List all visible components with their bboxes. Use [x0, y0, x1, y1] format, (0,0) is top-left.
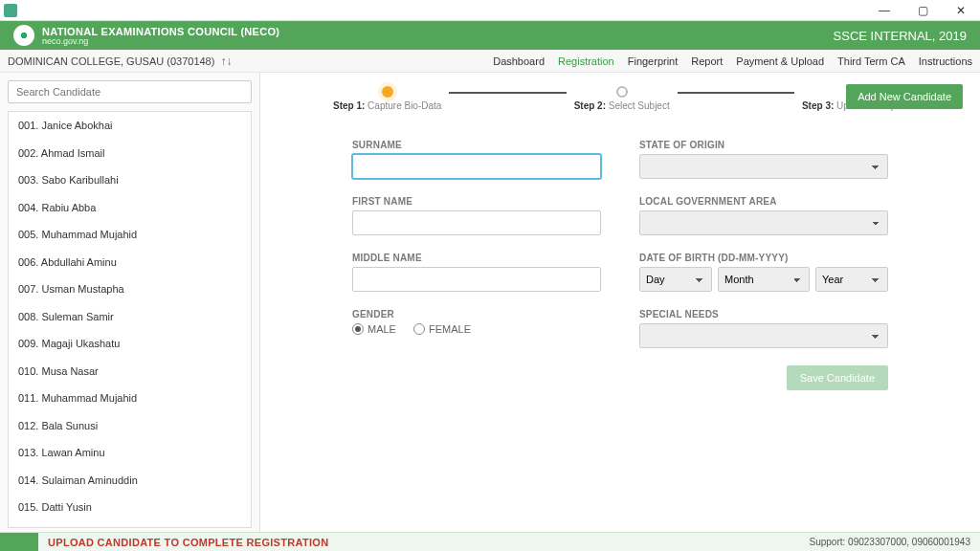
state-label: STATE OF ORIGIN	[639, 140, 888, 150]
minimize-button[interactable]: —	[865, 0, 903, 21]
radio-icon	[352, 323, 364, 335]
list-item[interactable]: 007. Usman Mustapha	[9, 276, 251, 303]
dob-month-select[interactable]: Month	[718, 267, 810, 292]
step-line	[449, 92, 566, 94]
candidate-sidebar: 001. Janice Abokhai002. Ahmad Ismail003.…	[0, 73, 260, 532]
step-2[interactable]: Step 2: Select Subject	[574, 86, 670, 111]
field-dob: DATE OF BIRTH (DD-MM-YYYY) Day Month Yea…	[639, 253, 888, 292]
lga-label: LOCAL GOVERNMENT AREA	[639, 196, 888, 207]
list-item[interactable]: 013. Lawan Aminu	[9, 439, 251, 467]
app-subtitle: neco.gov.ng	[42, 36, 279, 46]
gender-male-radio[interactable]: MALE	[352, 323, 396, 335]
lga-select[interactable]	[639, 210, 888, 235]
candidate-list[interactable]: 001. Janice Abokhai002. Ahmad Ismail003.…	[9, 112, 251, 527]
step-dot-icon	[382, 86, 393, 98]
bio-data-form: SURNAME STATE OF ORIGIN FIRST NAME LOCAL…	[352, 140, 888, 390]
dob-label: DATE OF BIRTH (DD-MM-YYYY)	[639, 253, 888, 263]
support-info: Support: 09023307000, 09060001943	[810, 537, 971, 547]
main-panel: Add New Candidate Step 1: Capture Bio-Da…	[260, 73, 980, 532]
firstname-label: FIRST NAME	[352, 196, 601, 207]
window-titlebar: — ▢ ✕	[0, 0, 980, 21]
list-item[interactable]: 008. Suleman Samir	[9, 303, 251, 331]
nav-instructions[interactable]: Instructions	[919, 55, 972, 67]
list-item[interactable]: 011. Muhammad Mujahid	[9, 385, 251, 412]
status-bar: UPLOAD CANDIDATE TO COMPLETE REGISTRATIO…	[0, 532, 980, 551]
field-lga: LOCAL GOVERNMENT AREA	[639, 196, 888, 235]
step-dot-icon	[616, 86, 628, 98]
close-button[interactable]: ✕	[942, 0, 980, 21]
surname-input[interactable]	[352, 154, 601, 179]
main-nav: DashboardRegistrationFingerprintReportPa…	[493, 55, 972, 67]
field-surname: SURNAME	[352, 140, 601, 179]
footer-accent	[0, 533, 38, 551]
dob-day-select[interactable]: Day	[639, 267, 712, 292]
nav-report[interactable]: Report	[691, 55, 723, 67]
neco-logo	[13, 25, 34, 46]
nav-third-term-ca[interactable]: Third Term CA	[837, 55, 905, 67]
nav-fingerprint[interactable]: Fingerprint	[628, 55, 679, 67]
school-name: DOMINICAN COLLEGE, GUSAU (0370148)	[8, 55, 214, 67]
field-state: STATE OF ORIGIN	[639, 140, 888, 179]
surname-label: SURNAME	[352, 140, 601, 150]
middlename-label: MIDDLE NAME	[352, 253, 601, 263]
save-candidate-button[interactable]: Save Candidate	[787, 365, 888, 390]
special-needs-select[interactable]	[639, 323, 888, 348]
firstname-input[interactable]	[352, 210, 601, 235]
list-item[interactable]: 012. Bala Sunusi	[9, 412, 251, 440]
list-item[interactable]: 010. Musa Nasar	[9, 358, 251, 386]
exam-session-label: SSCE INTERNAL, 2019	[834, 29, 967, 43]
list-item[interactable]: 006. Abdullahi Aminu	[9, 249, 251, 276]
nav-dashboard[interactable]: Dashboard	[493, 55, 545, 67]
step-line	[678, 92, 794, 94]
state-select[interactable]	[639, 154, 888, 179]
maximize-button[interactable]: ▢	[903, 0, 942, 21]
nav-registration[interactable]: Registration	[558, 55, 614, 67]
field-special-needs: SPECIAL NEEDS	[639, 309, 888, 348]
sort-icon[interactable]: ↑↓	[220, 55, 232, 68]
gender-female-radio[interactable]: FEMALE	[413, 323, 471, 335]
dob-year-select[interactable]: Year	[815, 267, 888, 292]
gender-label: GENDER	[352, 309, 601, 320]
search-input[interactable]	[8, 80, 252, 103]
list-item[interactable]: 015. Datti Yusin	[9, 494, 251, 521]
field-firstname: FIRST NAME	[352, 196, 601, 235]
radio-icon	[413, 323, 425, 335]
list-item[interactable]: 005. Muhammad Mujahid	[9, 221, 251, 249]
step-1[interactable]: Step 1: Capture Bio-Data	[333, 86, 441, 111]
list-item[interactable]: 009. Magaji Ukashatu	[9, 330, 251, 358]
field-gender: GENDER MALE FEMALE	[352, 309, 601, 348]
middlename-input[interactable]	[352, 267, 601, 292]
list-item[interactable]: 014. Sulaiman Aminuddin	[9, 467, 251, 495]
special-needs-label: SPECIAL NEEDS	[639, 309, 888, 320]
list-item[interactable]: 002. Ahmad Ismail	[9, 140, 251, 167]
list-item[interactable]: 016. Sabiu Huzaifa	[9, 521, 251, 528]
list-item[interactable]: 004. Rabiu Abba	[9, 194, 251, 222]
list-item[interactable]: 001. Janice Abokhai	[9, 112, 251, 140]
list-item[interactable]: 003. Sabo Karibullahi	[9, 166, 251, 194]
sub-header: DOMINICAN COLLEGE, GUSAU (0370148) ↑↓ Da…	[0, 50, 980, 73]
app-header: NATIONAL EXAMINATIONS COUNCIL (NECO) nec…	[0, 21, 980, 50]
stepper: Step 1: Capture Bio-Data Step 2: Select …	[333, 86, 907, 111]
upload-warning: UPLOAD CANDIDATE TO COMPLETE REGISTRATIO…	[48, 537, 328, 548]
nav-payment-upload[interactable]: Payment & Upload	[736, 55, 824, 67]
add-new-candidate-button[interactable]: Add New Candidate	[846, 84, 963, 109]
field-middlename: MIDDLE NAME	[352, 253, 601, 292]
app-icon	[4, 4, 17, 17]
